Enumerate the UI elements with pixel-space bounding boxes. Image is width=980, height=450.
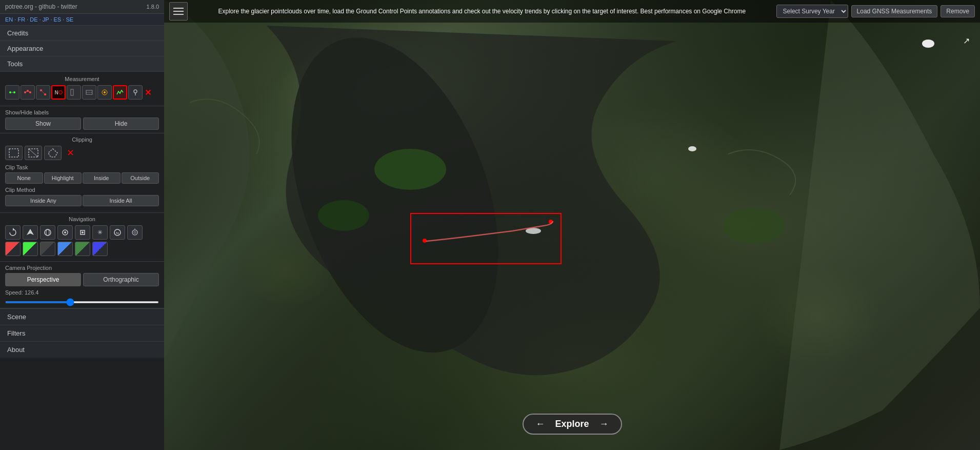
tools-button[interactable]: Tools [0,56,164,72]
remove-button[interactable]: Remove [941,5,975,17]
point-tool[interactable] [5,85,19,100]
nav-orbit-tool[interactable] [75,225,90,240]
clip-task-label: Clip Task [5,164,159,170]
show-hide-buttons: Show Hide [5,118,159,130]
show-hide-label: Show/Hide labels [5,109,159,115]
svg-point-13 [104,91,106,93]
sidebar-version: 1.8.0 [147,4,159,10]
show-hide-section: Show/Hide labels Show Hide [0,106,164,133]
menu-line-1 [173,8,184,9]
measurement-tools: N [5,85,159,100]
about-button[interactable]: About [0,341,164,358]
svg-point-43 [723,208,785,244]
navigation-section: Navigation [0,213,164,262]
clip-task-buttons: None Highlight Inside Outside [5,172,159,184]
sidebar-title: potree.org - github - twitter [5,3,77,10]
perspective-button[interactable]: Perspective [5,273,81,286]
clip-inside-all-button[interactable]: Inside All [83,195,159,206]
clip-inside-button[interactable]: Inside [83,172,121,184]
svg-point-27 [82,231,84,233]
survey-controls: Select Survey Year 2015 2016 2017 2018 2… [776,5,975,18]
load-gnss-button[interactable]: Load GNSS Measurements [851,5,938,17]
volume-tool[interactable] [97,85,112,100]
clip-outside-button[interactable]: Outside [122,172,159,184]
nav-camera-tool[interactable] [127,225,143,240]
red-dot-start [423,239,427,243]
svg-marker-19 [48,149,57,157]
svg-point-42 [318,200,369,231]
area-tool[interactable] [82,85,96,100]
svg-point-38 [922,40,934,48]
marker-tool[interactable] [128,85,143,100]
clipping-section: Clipping ✕ Clip Task None [0,133,164,213]
nav-follow-tool[interactable] [57,225,73,240]
clip-method-buttons: Inside Any Inside All [5,195,159,206]
north-icon: N [54,90,58,95]
clip-box-2-tool[interactable] [25,146,42,160]
nav-back-view[interactable] [75,242,90,256]
explore-prev-button[interactable]: ← [535,419,545,429]
navigation-label: Navigation [5,216,159,222]
profile-tool[interactable] [113,85,127,100]
nav-tools-row1: ✳ N [5,225,159,240]
nav-left-view[interactable] [92,242,108,256]
info-text: Explore the glacier pointclouds over tim… [193,8,771,15]
svg-point-41 [374,149,446,190]
nav-tools-row2 [5,242,159,256]
language-selector[interactable]: EN · FR · DE · JP · ES · SE [5,16,73,23]
filters-button[interactable]: Filters [0,325,164,341]
nav-earth-tool[interactable] [40,225,55,240]
speed-slider[interactable] [5,301,159,303]
sidebar: potree.org - github - twitter 1.8.0 EN ·… [0,0,164,450]
clip-none-button[interactable]: None [5,172,43,184]
height-tool[interactable] [36,85,50,100]
camera-projection-label: Camera Projection [5,265,159,271]
top-bar: Explore the glacier pointclouds over tim… [164,0,980,23]
svg-point-14 [134,90,137,93]
nav-bottom-view[interactable] [57,242,73,256]
show-labels-button[interactable]: Show [5,118,81,130]
clip-highlight-button[interactable]: Highlight [44,172,82,184]
clip-box-tool[interactable] [5,146,23,160]
orthographic-button[interactable]: Orthographic [83,273,159,286]
survey-year-select[interactable]: Select Survey Year 2015 2016 2017 2018 2… [776,5,848,18]
scene-button[interactable]: Scene [0,308,164,325]
distance-tool[interactable] [21,85,35,100]
compass-icon [58,90,63,94]
nav-top-view[interactable] [5,242,21,256]
svg-point-25 [64,231,66,233]
svg-line-8 [41,90,45,94]
clip-inside-any-button[interactable]: Inside Any [5,195,82,206]
viewport[interactable]: Explore the glacier pointclouds over tim… [164,0,980,450]
nav-fly-tool[interactable] [23,225,38,240]
remove-clip-button[interactable]: ✕ [64,146,77,160]
svg-point-22 [45,229,51,236]
angle-tool[interactable] [67,85,81,100]
north-tool[interactable]: N [51,85,66,100]
nav-right-view[interactable] [40,242,55,256]
svg-marker-20 [13,228,14,231]
corner-arrow: ↗ [963,36,970,46]
nav-front-view[interactable] [23,242,38,256]
clipping-label: Clipping [5,136,159,143]
menu-line-2 [173,11,184,12]
terrain-svg [164,0,980,450]
nav-compass-tool[interactable]: N [110,225,125,240]
camera-projection-buttons: Perspective Orthographic [5,273,159,286]
menu-toggle-button[interactable] [169,2,188,21]
svg-text:N: N [116,231,119,236]
svg-line-18 [29,149,38,157]
svg-text:✳: ✳ [97,229,103,236]
menu-line-3 [173,14,184,15]
explore-next-button[interactable]: → [599,419,609,429]
clipping-tools: ✕ [5,146,159,160]
clip-method-label: Clip Method [5,187,159,193]
nav-vr-tool[interactable]: ✳ [92,225,108,240]
delete-measurement-button[interactable]: ✕ [144,87,152,99]
camera-section: Camera Projection Perspective Orthograph… [0,262,164,308]
appearance-button[interactable]: Appearance [0,41,164,56]
nav-rotate-tool[interactable] [5,225,21,240]
clip-polygon-tool[interactable] [44,146,62,160]
credits-button[interactable]: Credits [0,26,164,41]
hide-labels-button[interactable]: Hide [83,118,159,130]
